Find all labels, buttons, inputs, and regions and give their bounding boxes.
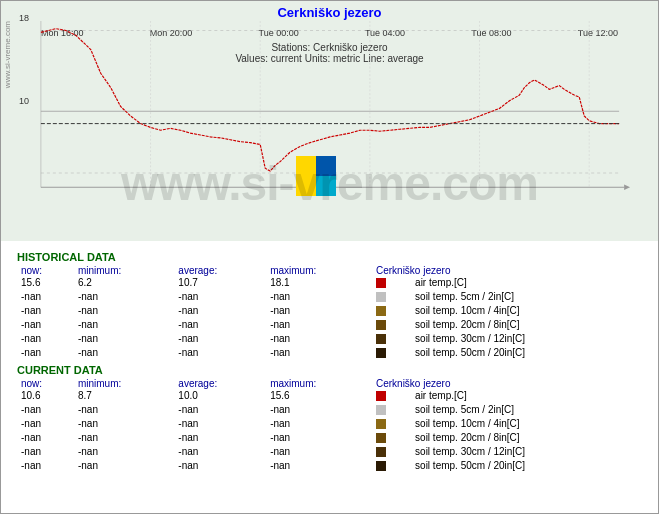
data-sections: HISTORICAL DATA now: minimum: average: m… — [1, 241, 658, 479]
hist-row1-avg: -nan — [174, 290, 266, 304]
cur-col-label: Cerkniško jezero — [372, 378, 642, 389]
historical-section: HISTORICAL DATA now: minimum: average: m… — [7, 243, 652, 477]
hist-col-min: minimum: — [74, 265, 174, 276]
chart-title: Cerkniško jezero — [1, 1, 658, 22]
hist-row0-label: air temp.[C] — [411, 276, 642, 290]
cur-col-max: maximum: — [266, 378, 372, 389]
logo-icon — [296, 156, 336, 196]
hist-col-label: Cerkniško jezero — [372, 265, 642, 276]
hist-row1-swatch — [372, 290, 411, 304]
table-row: -nan -nan -nan -nan soil temp. 30cm / 12… — [17, 332, 642, 346]
hist-row0-avg: 10.7 — [174, 276, 266, 290]
hist-row0-max: 18.1 — [266, 276, 372, 290]
table-row: -nan -nan -nan -nan soil temp. 5cm / 2in… — [17, 403, 642, 417]
svg-rect-12 — [296, 156, 316, 196]
main-container: Cerkniško jezero www.si-vreme.com 18 10 — [0, 0, 659, 514]
table-row: -nan -nan -nan -nan soil temp. 10cm / 4i… — [17, 417, 642, 431]
table-row: 15.6 6.2 10.7 18.1 air temp.[C] — [17, 276, 642, 290]
table-row: -nan -nan -nan -nan soil temp. 5cm / 2in… — [17, 290, 642, 304]
hist-row0-now: 15.6 — [17, 276, 74, 290]
table-row: -nan -nan -nan -nan soil temp. 20cm / 8i… — [17, 431, 642, 445]
cur-col-min: minimum: — [74, 378, 174, 389]
hist-row1-min: -nan — [74, 290, 174, 304]
hist-row1-now: -nan — [17, 290, 74, 304]
historical-table: now: minimum: average: maximum: Cerknišk… — [17, 265, 642, 360]
cur-col-avg: average: — [174, 378, 266, 389]
hist-col-avg: average: — [174, 265, 266, 276]
table-row: -nan -nan -nan -nan soil temp. 10cm / 4i… — [17, 304, 642, 318]
hist-col-max: maximum: — [266, 265, 372, 276]
hist-row0-min: 6.2 — [74, 276, 174, 290]
svg-rect-14 — [316, 176, 336, 196]
svg-marker-10 — [624, 184, 630, 190]
hist-row0-swatch — [372, 276, 411, 290]
svg-rect-13 — [316, 156, 336, 176]
historical-header: HISTORICAL DATA — [17, 251, 642, 263]
hist-col-now: now: — [17, 265, 74, 276]
table-row: -nan -nan -nan -nan soil temp. 20cm / 8i… — [17, 318, 642, 332]
hist-row1-max: -nan — [266, 290, 372, 304]
cur-col-now: now: — [17, 378, 74, 389]
table-row: -nan -nan -nan -nan soil temp. 50cm / 20… — [17, 459, 642, 473]
table-row: -nan -nan -nan -nan soil temp. 30cm / 12… — [17, 445, 642, 459]
chart-area: Cerkniško jezero www.si-vreme.com 18 10 — [1, 1, 658, 241]
hist-row1-label: soil temp. 5cm / 2in[C] — [411, 290, 642, 304]
current-table: now: minimum: average: maximum: Cerknišk… — [17, 378, 642, 473]
table-row: -nan -nan -nan -nan soil temp. 50cm / 20… — [17, 346, 642, 360]
table-row: 10.6 8.7 10.0 15.6 air temp.[C] — [17, 389, 642, 403]
current-header: CURRENT DATA — [17, 364, 642, 376]
